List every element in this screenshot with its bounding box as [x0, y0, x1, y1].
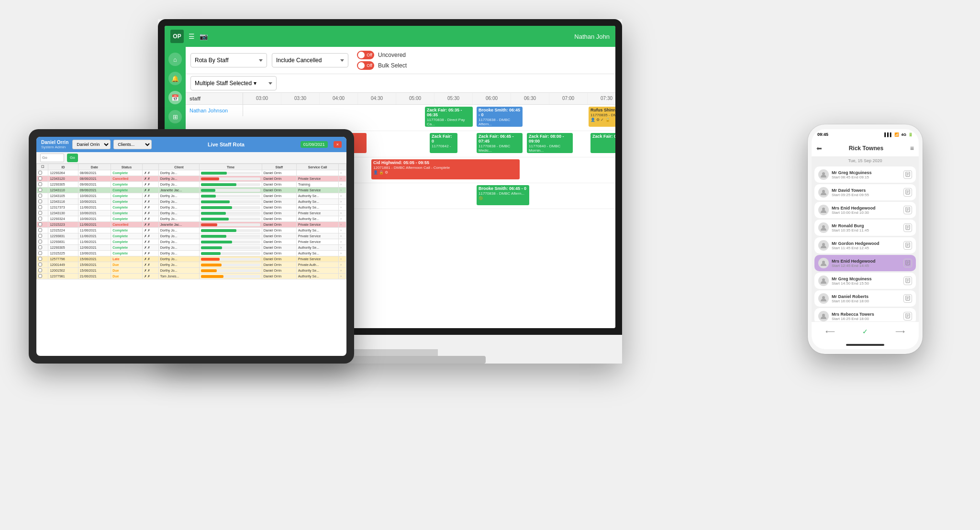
table-row[interactable]: 12317373 11/06/2021 Complete ✗ ✗ Dorthy …	[37, 205, 346, 210]
cell-check[interactable]	[37, 228, 48, 233]
phone-list-item[interactable]: Mr Ronald Burg Start 10:35 End 11:45	[814, 220, 916, 236]
cell-staff[interactable]: Daniel Orrin	[262, 193, 296, 199]
cell-check[interactable]	[37, 170, 48, 176]
rota-event-cid-highwind[interactable]: Cid Highwind: 05:05 - 09:55 12071881 - D…	[371, 159, 520, 179]
hamburger-icon[interactable]: ☰	[189, 33, 195, 40]
phone-nav-forward[interactable]: ⟶	[895, 328, 905, 335]
rota-event-brooke-smith-2[interactable]: Brooke Smith: 06:45 - 0 11770838 - DMBC …	[477, 185, 529, 205]
cell-client[interactable]: Jeanette Jac...	[158, 222, 200, 228]
cell-staff[interactable]: Daniel Orrin	[262, 268, 296, 274]
cell-client[interactable]: Dorthy Jo...	[158, 233, 200, 239]
rota-by-staff-select[interactable]: Rota By Staff	[190, 53, 267, 67]
cell-staff[interactable]: Daniel Orrin	[262, 251, 296, 256]
phone-back-icon[interactable]: ⬅	[816, 144, 822, 152]
rota-event-zack-fair-2d[interactable]: Zack Fair: 09:30 - 12:35	[590, 133, 615, 153]
cell-client[interactable]: Dorthy Jo...	[158, 245, 200, 251]
table-row[interactable]: 12315223 11/06/2021 Cancelled ✗ ✗ Jeanet…	[37, 222, 346, 228]
cell-staff[interactable]: Daniel Orrin	[262, 176, 296, 182]
cell-staff[interactable]: Daniel Orrin	[262, 239, 296, 245]
cell-staff[interactable]: Daniel Orrin	[262, 233, 296, 239]
table-row[interactable]: 12343120 08/06/2021 Cancelled ✗ ✗ Dorthy…	[37, 176, 346, 182]
cell-client[interactable]: Dorthy Jo...	[158, 239, 200, 245]
cell-client[interactable]: Dorthy Jo...	[158, 170, 200, 176]
cell-check[interactable]	[37, 262, 48, 268]
cell-id[interactable]: 12315223	[48, 222, 78, 228]
cell-id[interactable]: 12001502	[48, 268, 78, 274]
cell-client[interactable]: Jeanette Jac...	[158, 188, 200, 193]
cell-actions[interactable]: ›	[339, 182, 346, 188]
table-row[interactable]: 12343130 10/06/2021 Complete ✗ ✗ Dorthy …	[37, 210, 346, 216]
phone-list-item[interactable]: Mr David Towers Start 09:25 End 09:55	[814, 184, 916, 200]
cell-check[interactable]	[37, 216, 48, 222]
cell-client[interactable]: Dorthy Jo...	[158, 176, 200, 182]
cell-id[interactable]: 12377981	[48, 274, 78, 279]
sidebar-calendar-icon[interactable]: 📅	[168, 91, 182, 104]
phone-nav-check[interactable]: ✓	[862, 328, 868, 335]
cell-id[interactable]: 12001449	[48, 262, 78, 268]
phone-list-item[interactable]: Mr Daniel Roberts Start 16:00 End 18:00	[814, 290, 916, 307]
cell-id[interactable]: 12315225	[48, 251, 78, 256]
cell-actions[interactable]: ›	[339, 228, 346, 233]
cell-actions[interactable]: ›	[339, 199, 346, 205]
phone-item-action[interactable]	[903, 170, 912, 179]
cell-actions[interactable]: ›	[339, 170, 346, 176]
cell-client[interactable]: Dorthy Jo...	[158, 199, 200, 205]
cell-id[interactable]: 12293831	[48, 233, 78, 239]
table-row[interactable]: 12293831 11/06/2021 Complete ✗ ✗ Dorthy …	[37, 233, 346, 239]
phone-list-item[interactable]: Mr Greg Mcguiness Start 08:45 End 09:15	[814, 166, 916, 183]
cell-client[interactable]: Dorthy Jo...	[158, 262, 200, 268]
cell-check[interactable]	[37, 274, 48, 279]
cell-id[interactable]: 12293264	[48, 170, 78, 176]
cell-staff[interactable]: Daniel Orrin	[262, 262, 296, 268]
cell-actions[interactable]: ›	[339, 176, 346, 182]
phone-item-action[interactable]	[903, 259, 912, 267]
cell-check[interactable]	[37, 182, 48, 188]
table-row[interactable]: 12315225 13/06/2021 Complete ✗ ✗ Dorthy …	[37, 251, 346, 256]
cell-staff[interactable]: Daniel Orrin	[262, 199, 296, 205]
cell-check[interactable]	[37, 222, 48, 228]
table-row[interactable]: 12343110 09/06/2021 Complete ✗ ✗ Jeanett…	[37, 188, 346, 193]
cell-actions[interactable]: ›	[339, 274, 346, 279]
cell-actions[interactable]: ›	[339, 216, 346, 222]
cell-client[interactable]: Dorthy Jo...	[158, 256, 200, 262]
rota-event-zack-fair-2a[interactable]: Zack Fair: 0 11770842 -	[430, 133, 457, 153]
rota-event-zack-fair-2b[interactable]: Zack Fair: 06:45 - 07:45 11770838 - DMBC…	[477, 133, 523, 153]
phone-item-action[interactable]	[903, 188, 912, 197]
bulk-select-toggle[interactable]: Off	[357, 61, 374, 70]
cell-actions[interactable]: ›	[339, 205, 346, 210]
phone-list-item[interactable]: Mr Greg Mcguiness Start 14:50 End 15:50	[814, 273, 916, 289]
phone-nav-back[interactable]: ⟵	[825, 328, 835, 335]
cell-id[interactable]: 12293305	[48, 245, 78, 251]
cell-id[interactable]: 12293324	[48, 216, 78, 222]
cell-actions[interactable]: ›	[339, 256, 346, 262]
cell-id[interactable]: 12317373	[48, 205, 78, 210]
cell-staff[interactable]: Daniel Orrin	[262, 216, 296, 222]
cell-actions[interactable]: ›	[339, 268, 346, 274]
cell-check[interactable]	[37, 268, 48, 274]
multi-staff-select-btn[interactable]: Multiple Staff Selected ▾	[190, 76, 277, 90]
table-row[interactable]: 12315224 11/06/2021 Complete ✗ ✗ Dorthy …	[37, 228, 346, 233]
phone-list-item[interactable]: Mrs Enid Hedgewood Start 10:00 End 10:30	[814, 202, 916, 218]
cell-id[interactable]: 12343105	[48, 193, 78, 199]
table-row[interactable]: 12293264 08/06/2021 Complete ✗ ✗ Dorthy …	[37, 170, 346, 176]
staff-name-nathan[interactable]: Nathan Johnson	[186, 105, 243, 116]
cell-staff[interactable]: Daniel Orrin	[262, 205, 296, 210]
tablet-staff-select[interactable]: Daniel Orrin	[72, 140, 111, 149]
uncovered-toggle[interactable]: Off	[357, 51, 374, 59]
tablet-date-btn[interactable]: 01/09/2021	[301, 141, 328, 148]
cell-staff[interactable]: Daniel Orrin	[262, 188, 296, 193]
cell-actions[interactable]: ›	[339, 233, 346, 239]
rota-event-zack-fair-1[interactable]: Zack Fair: 05:35 - 06:35 11770838 - Dire…	[425, 107, 473, 127]
cell-id[interactable]: 12315224	[48, 228, 78, 233]
table-row[interactable]: 12577796 15/06/2021 Late ✗ ✗ Dorthy Jo..…	[37, 256, 346, 262]
table-row[interactable]: 12377981 21/06/2021 Due ✗ ✗ Tom Jones...…	[37, 274, 346, 279]
cell-client[interactable]: Dorthy Jo...	[158, 210, 200, 216]
sidebar-home-icon[interactable]: ⌂	[168, 53, 182, 66]
cell-check[interactable]	[37, 199, 48, 205]
phone-item-action[interactable]	[903, 276, 912, 285]
tablet-cancel-btn[interactable]: ×	[334, 141, 342, 148]
cell-actions[interactable]: ›	[339, 239, 346, 245]
phone-item-action[interactable]	[903, 294, 912, 303]
cell-client[interactable]: Dorthy Jo...	[158, 182, 200, 188]
cell-actions[interactable]: ›	[339, 245, 346, 251]
